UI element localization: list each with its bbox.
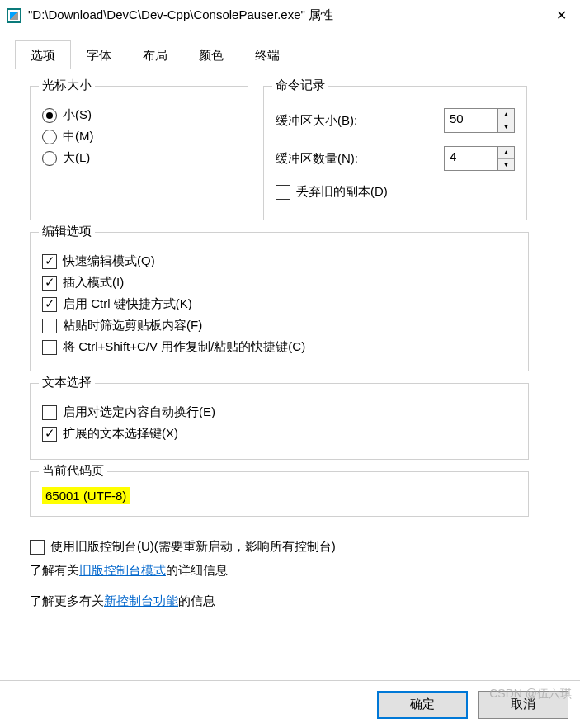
close-button[interactable]: ✕ — [542, 0, 580, 31]
buffer-count-label: 缓冲区数量(N): — [276, 151, 358, 167]
cancel-button[interactable]: 取消 — [478, 691, 568, 719]
legacy-console-link[interactable]: 旧版控制台模式 — [79, 563, 166, 577]
checkbox-discard-old[interactable] — [276, 185, 290, 200]
button-bar: 确定 取消 — [0, 680, 580, 728]
radio-large-label: 大(L) — [63, 150, 90, 166]
insert-mode-label: 插入模式(I) — [63, 275, 124, 291]
radio-medium[interactable] — [42, 130, 57, 144]
checkbox-ctrl-shift-cv[interactable] — [42, 340, 57, 355]
group-codepage: 当前代码页 65001 (UTF-8) — [30, 471, 529, 517]
checkbox-filter-clipboard[interactable] — [42, 319, 57, 333]
ctrl-shift-cv-label: 将 Ctrl+Shift+C/V 用作复制/粘贴的快捷键(C) — [63, 339, 305, 355]
group-text-selection: 文本选择 启用对选定内容自动换行(E) 扩展的文本选择键(X) — [30, 383, 529, 460]
codepage-value: 65001 (UTF-8) — [42, 487, 130, 504]
buffer-size-up-icon[interactable]: ▲ — [498, 109, 514, 121]
buffer-count-value[interactable]: 4 — [445, 147, 497, 170]
radio-medium-label: 中(M) — [63, 129, 94, 144]
checkbox-ctrl-shortcuts[interactable] — [42, 297, 57, 312]
radio-small[interactable] — [42, 108, 57, 123]
console-app-icon — [7, 8, 21, 23]
quick-edit-label: 快速编辑模式(Q) — [63, 253, 155, 269]
titlebar: "D:\Download\DevC\Dev-Cpp\ConsolePauser.… — [0, 0, 580, 31]
tab-font[interactable]: 字体 — [71, 40, 127, 69]
cmd-legend: 命令记录 — [272, 78, 328, 93]
tab-color[interactable]: 颜色 — [183, 40, 239, 69]
buffer-size-down-icon[interactable]: ▼ — [498, 121, 514, 133]
buffer-count-down-icon[interactable]: ▼ — [498, 159, 514, 171]
group-command-history: 命令记录 缓冲区大小(B): 50 ▲ ▼ 缓冲区数量(N): 4 — [263, 86, 527, 220]
checkbox-extended-selection[interactable] — [42, 427, 57, 442]
checkbox-legacy-console[interactable] — [30, 540, 45, 555]
checkbox-insert-mode[interactable] — [42, 276, 57, 291]
new-console-link[interactable]: 新控制台功能 — [104, 593, 178, 607]
learn-new-pre: 了解更多有关 — [30, 593, 104, 607]
tab-options[interactable]: 选项 — [15, 40, 71, 69]
buffer-count-up-icon[interactable]: ▲ — [498, 147, 514, 159]
buffer-size-label: 缓冲区大小(B): — [276, 113, 357, 129]
radio-small-label: 小(S) — [63, 107, 92, 123]
filter-clipboard-label: 粘贴时筛选剪贴板内容(F) — [63, 318, 202, 333]
wrap-selection-label: 启用对选定内容自动换行(E) — [63, 404, 215, 420]
buffer-count-spinner[interactable]: 4 ▲ ▼ — [444, 146, 515, 171]
extended-selection-label: 扩展的文本选择键(X) — [63, 426, 178, 442]
codepage-legend: 当前代码页 — [39, 463, 107, 479]
group-edit-options: 编辑选项 快速编辑模式(Q) 插入模式(I) 启用 Ctrl 键快捷方式(K) … — [30, 232, 529, 371]
buffer-size-value[interactable]: 50 — [445, 109, 497, 132]
checkbox-wrap-selection[interactable] — [42, 405, 57, 420]
tab-bar: 选项 字体 布局 颜色 终端 — [15, 40, 565, 69]
edit-legend: 编辑选项 — [39, 224, 95, 239]
cursor-legend: 光标大小 — [39, 78, 95, 93]
radio-large[interactable] — [42, 151, 57, 166]
learn-new-post: 的信息 — [178, 593, 215, 607]
ctrl-shortcuts-label: 启用 Ctrl 键快捷方式(K) — [63, 296, 192, 312]
group-cursor-size: 光标大小 小(S) 中(M) 大(L) — [30, 86, 248, 220]
textsel-legend: 文本选择 — [39, 375, 95, 390]
legacy-console-label: 使用旧版控制台(U)(需要重新启动，影响所有控制台) — [50, 539, 336, 555]
buffer-size-spinner[interactable]: 50 ▲ ▼ — [444, 108, 515, 133]
tab-terminal[interactable]: 终端 — [239, 40, 295, 69]
discard-old-label: 丢弃旧的副本(D) — [296, 184, 388, 200]
tab-layout[interactable]: 布局 — [127, 40, 183, 69]
checkbox-quick-edit[interactable] — [42, 254, 57, 269]
learn-legacy-pre: 了解有关 — [30, 563, 79, 577]
learn-legacy-post: 的详细信息 — [166, 563, 228, 577]
ok-button[interactable]: 确定 — [377, 691, 468, 719]
window-title: "D:\Download\DevC\Dev-Cpp\ConsolePauser.… — [28, 7, 542, 23]
